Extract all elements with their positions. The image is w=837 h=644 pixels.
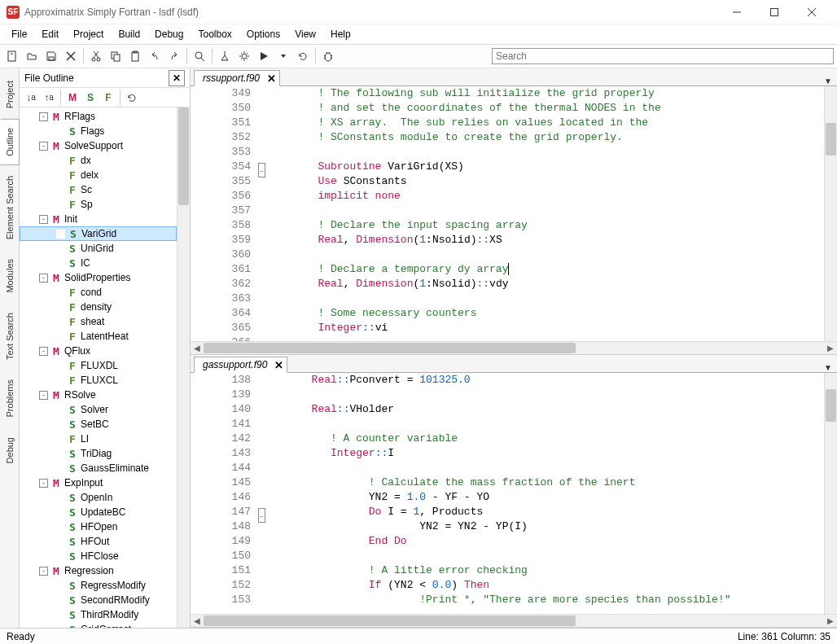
sidetab-modules[interactable]: Modules <box>0 250 19 302</box>
paste-icon[interactable] <box>126 47 144 65</box>
sidetab-element-search[interactable]: Element Search <box>0 167 19 248</box>
minimize-button[interactable] <box>718 0 756 24</box>
menu-file[interactable]: File <box>5 27 33 42</box>
outline-node[interactable]: SOpenIn <box>20 490 177 505</box>
code-line[interactable]: ! A little error checking <box>267 563 824 578</box>
code-line[interactable]: !Print *, "There are more species than p… <box>267 593 824 607</box>
cut-icon[interactable] <box>87 47 105 65</box>
hscrollbar-2[interactable]: ◀▶ <box>191 614 837 627</box>
close-file-icon[interactable] <box>62 47 80 65</box>
search-icon[interactable] <box>191 47 208 65</box>
code-line[interactable] <box>267 291 824 306</box>
outline-node[interactable]: SSetBC <box>20 417 177 432</box>
code-editor-1[interactable]: 3493503513523533543553563573583593603613… <box>191 86 837 341</box>
expander-icon[interactable]: - <box>39 567 48 576</box>
filter-m-icon[interactable]: M <box>64 90 81 106</box>
code-line[interactable]: Integer::vi <box>267 321 824 335</box>
code-line[interactable]: ! XS array. The sub relies on values loc… <box>267 116 824 130</box>
code-line[interactable]: ! Some necessary counters <box>267 306 824 321</box>
outline-node[interactable]: SGaussEliminate <box>20 461 177 475</box>
run-dropdown-icon[interactable] <box>274 47 292 65</box>
outline-node[interactable]: SThirdRModify <box>20 607 177 622</box>
clean-icon[interactable] <box>216 47 234 65</box>
code-line[interactable]: ! A counter variable <box>267 432 824 446</box>
outline-node[interactable]: -MQFlux <box>20 344 177 358</box>
expander-icon[interactable]: - <box>39 142 48 151</box>
gear-icon[interactable] <box>235 47 253 65</box>
code-line[interactable]: Use SConstants <box>267 174 824 189</box>
tab-rssupport[interactable]: rssupport.f90✕ <box>194 70 280 86</box>
outline-node[interactable]: Fcond <box>20 285 177 300</box>
sidetab-debug[interactable]: Debug <box>0 428 19 472</box>
undo-icon[interactable] <box>146 47 164 65</box>
search-input[interactable] <box>492 48 834 64</box>
code-line[interactable]: ! Calculate the mass fraction of the ine… <box>267 475 824 490</box>
tree-scrollbar[interactable] <box>177 107 190 628</box>
code-line[interactable] <box>267 549 824 563</box>
tab-close-icon[interactable]: ✕ <box>267 72 276 85</box>
tab-dropdown-icon[interactable]: ▼ <box>819 77 837 85</box>
vscrollbar-1[interactable] <box>824 86 837 341</box>
code-line[interactable] <box>267 417 824 432</box>
outline-node[interactable]: -MSolveSupport <box>20 138 177 153</box>
panel-close-icon[interactable]: ✕ <box>169 70 185 86</box>
tab-close-icon[interactable]: ✕ <box>274 359 283 371</box>
outline-node[interactable]: SFlags <box>20 124 177 138</box>
code-line[interactable]: If (YN2 < 0.0) Then <box>267 578 824 593</box>
code-line[interactable]: YN2 = YN2 - YP(I) <box>267 519 824 534</box>
code-line[interactable]: Real, Dimension(1:Nsolid)::vdy <box>267 277 824 291</box>
outline-node[interactable]: -MExpInput <box>20 475 177 490</box>
outline-node[interactable]: -MSolidProperties <box>20 270 177 285</box>
redo-icon[interactable] <box>165 47 183 65</box>
tab-gassupport[interactable]: gassupport.f90✕ <box>194 357 287 373</box>
code-line[interactable]: End Do <box>267 534 824 549</box>
code-line[interactable]: ! SConstants module to create the grid p… <box>267 130 824 145</box>
run-icon[interactable] <box>255 47 273 65</box>
expander-icon[interactable]: - <box>39 347 48 356</box>
outline-node[interactable]: SGridCorrect <box>20 622 177 628</box>
code-line[interactable]: Subroutine VariGrid(XS) <box>267 160 824 174</box>
outline-node[interactable]: FSp <box>20 197 177 212</box>
maximize-button[interactable] <box>756 0 793 24</box>
sidetab-problems[interactable]: Problems <box>0 370 19 426</box>
menu-options[interactable]: Options <box>240 27 287 42</box>
copy-icon[interactable] <box>107 47 125 65</box>
expander-icon[interactable]: - <box>39 479 48 488</box>
code-line[interactable]: Do I = 1, Products <box>267 505 824 519</box>
menu-edit[interactable]: Edit <box>35 27 65 42</box>
open-icon[interactable] <box>23 47 41 65</box>
filter-f-icon[interactable]: F <box>100 90 116 106</box>
code-line[interactable]: Real::Pconvert = 101325.0 <box>267 373 824 388</box>
new-file-icon[interactable] <box>3 47 21 65</box>
outline-node[interactable]: SSecondRModify <box>20 593 177 607</box>
code-line[interactable] <box>267 335 824 341</box>
outline-node[interactable]: FFLUXCL <box>20 373 177 388</box>
close-button[interactable] <box>793 0 830 24</box>
outline-node[interactable]: SSolver <box>20 402 177 417</box>
sidetab-project[interactable]: Project <box>0 72 19 117</box>
menu-help[interactable]: Help <box>324 27 357 42</box>
menu-build[interactable]: Build <box>112 27 147 42</box>
code-editor-2[interactable]: 1381391401411421431441451461471481491501… <box>191 373 837 614</box>
expander-icon[interactable]: - <box>39 215 48 224</box>
outline-node[interactable]: SVariGrid <box>20 226 177 241</box>
expander-icon[interactable]: - <box>39 112 48 121</box>
code-line[interactable]: Integer::I <box>267 446 824 461</box>
code-line[interactable] <box>267 145 824 160</box>
outline-node[interactable]: SUpdateBC <box>20 505 177 519</box>
code-line[interactable]: Real, Dimension(1:Nsolid)::XS <box>267 233 824 248</box>
hscrollbar-1[interactable]: ◀▶ <box>191 341 837 354</box>
tab-dropdown-icon[interactable]: ▼ <box>819 363 837 372</box>
expander-icon[interactable]: - <box>39 391 48 400</box>
code-line[interactable]: YN2 = 1.0 - YF - YO <box>267 490 824 505</box>
outline-node[interactable]: -MInit <box>20 212 177 226</box>
outline-node[interactable]: SHFOut <box>20 534 177 549</box>
outline-node[interactable]: STriDiag <box>20 446 177 461</box>
code-line[interactable] <box>267 388 824 402</box>
bug-icon[interactable] <box>319 47 337 65</box>
outline-node[interactable]: SUniGrid <box>20 241 177 256</box>
refresh-icon[interactable] <box>294 47 312 65</box>
outline-node[interactable]: FLI <box>20 432 177 446</box>
code-line[interactable]: ! Declare the input spacing array <box>267 218 824 233</box>
code-line[interactable] <box>267 248 824 262</box>
